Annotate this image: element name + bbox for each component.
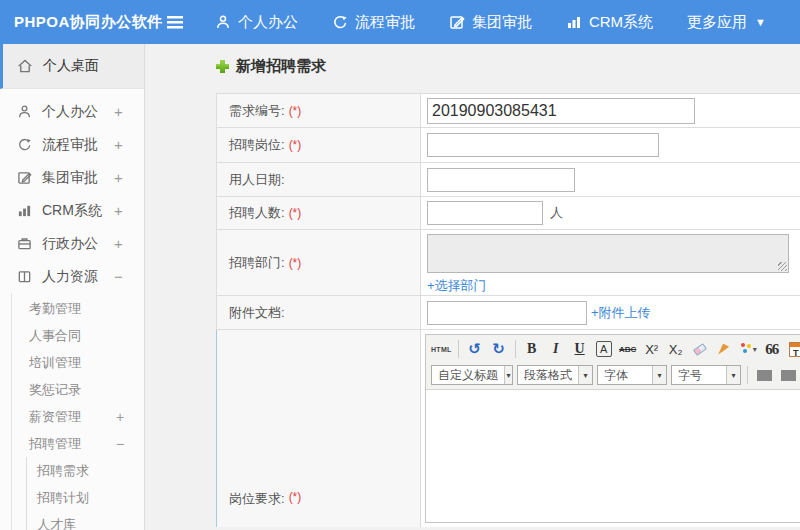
collapse-minus-icon[interactable]: −	[114, 268, 144, 285]
bold-button[interactable]: B	[521, 338, 543, 360]
expand-plus-icon[interactable]: +	[116, 409, 144, 425]
edit-icon	[17, 170, 32, 185]
sidebar-item-human-resources[interactable]: 人力资源 −	[0, 260, 144, 293]
select-value: 字号	[672, 367, 708, 384]
field-label: 用人日期:	[229, 171, 285, 189]
sidebar-item-talent-pool[interactable]: 人才库	[27, 511, 144, 530]
toolbar-separator	[515, 340, 516, 358]
form-row-job-requirements: 岗位要求: (*) HTML ↺ ↻ B I U	[216, 330, 800, 527]
underline-button[interactable]: U	[569, 338, 591, 360]
sidebar-item-salary[interactable]: 薪资管理 +	[12, 403, 144, 430]
chart-icon	[566, 14, 582, 30]
field-label-cell: 招聘部门: (*)	[217, 230, 421, 295]
caret-down-icon: ▾	[578, 366, 592, 384]
topnav-crm-system[interactable]: CRM系统	[566, 13, 653, 32]
select-department-link[interactable]: +选择部门	[427, 277, 487, 295]
required-mark: (*)	[289, 490, 302, 504]
main-content: 新增招聘需求 需求编号: (*) 招聘岗位: (*) 用人日期:	[146, 44, 800, 530]
undo-icon[interactable]: ↺	[464, 338, 486, 360]
expand-plus-icon[interactable]: +	[114, 202, 144, 219]
eraser-icon	[693, 343, 707, 356]
topnav-label: 个人办公	[238, 13, 298, 32]
color-palette-button[interactable]: ▾	[737, 338, 759, 360]
menu-toggle-icon[interactable]	[167, 16, 183, 29]
form-row-demand-no: 需求编号: (*)	[216, 94, 800, 128]
sidebar-item-admin-office[interactable]: 行政办公 +	[0, 227, 144, 260]
subscript-button[interactable]: X₂	[665, 338, 687, 360]
topnav-group-approval[interactable]: 集团审批	[449, 13, 532, 32]
sub-item-label: 招聘需求	[37, 462, 89, 480]
expand-plus-icon[interactable]: +	[114, 136, 144, 153]
custom-title-select[interactable]: 自定义标题 ▾	[431, 365, 513, 385]
sidebar-item-recruit-demand[interactable]: 招聘需求	[27, 457, 144, 484]
paste-button[interactable]: T	[785, 338, 800, 360]
sidebar-item-personal-office[interactable]: 个人办公 +	[0, 95, 144, 128]
format-brush-button[interactable]	[713, 338, 735, 360]
topnav-workflow-approval[interactable]: 流程审批	[332, 13, 415, 32]
required-mark: (*)	[289, 206, 302, 220]
required-mark: (*)	[289, 138, 302, 152]
chart-icon	[17, 203, 32, 218]
book-icon	[17, 269, 32, 284]
field-label-cell: 岗位要求: (*)	[217, 330, 421, 527]
position-input[interactable]	[427, 133, 659, 157]
headcount-unit: 人	[550, 204, 563, 222]
expand-plus-icon[interactable]: +	[114, 103, 144, 120]
sidebar-item-crm-system[interactable]: CRM系统 +	[0, 194, 144, 227]
field-value-cell	[421, 128, 800, 162]
editor-content-area[interactable]	[426, 390, 800, 522]
brush-icon	[718, 344, 729, 355]
italic-button[interactable]: I	[545, 338, 567, 360]
superscript-button[interactable]: X²	[641, 338, 663, 360]
headcount-input[interactable]	[427, 201, 543, 225]
strikethrough-button[interactable]: ABC	[617, 338, 639, 360]
hire-date-input[interactable]	[427, 168, 575, 192]
html-source-button[interactable]: HTML	[430, 338, 453, 360]
caret-down-icon: ▾	[504, 366, 512, 384]
demand-no-input[interactable]	[427, 98, 695, 124]
app-brand: PHPOA协同办公软件	[0, 13, 167, 32]
toolbar-separator	[458, 340, 459, 358]
expand-plus-icon[interactable]: +	[114, 235, 144, 252]
select-value: 字体	[598, 367, 634, 384]
sidebar-item-label: 流程审批	[42, 136, 114, 154]
home-icon	[17, 58, 33, 74]
font-size-select[interactable]: 字号 ▾	[671, 365, 741, 385]
attachment-input[interactable]	[427, 301, 587, 325]
select-value: 自定义标题	[432, 367, 504, 384]
attachment-upload-link[interactable]: +附件上传	[591, 304, 651, 322]
sidebar-item-desktop[interactable]: 个人桌面	[0, 44, 144, 89]
field-label: 招聘部门:	[229, 254, 285, 272]
rich-text-editor: HTML ↺ ↻ B I U A ABC X² X₂	[425, 334, 800, 523]
align-center-button[interactable]	[777, 364, 799, 386]
sidebar-item-training[interactable]: 培训管理	[12, 349, 144, 376]
align-left-button[interactable]	[753, 364, 775, 386]
sidebar-item-attendance[interactable]: 考勤管理	[12, 295, 144, 322]
font-style-button[interactable]: A	[596, 341, 612, 357]
sub-item-label: 招聘计划	[37, 489, 89, 507]
sidebar-item-recruit-plan[interactable]: 招聘计划	[27, 484, 144, 511]
sidebar-item-workflow-approval[interactable]: 流程审批 +	[0, 128, 144, 161]
topnav-personal-office[interactable]: 个人办公	[215, 13, 298, 32]
sidebar-item-rewards[interactable]: 奖惩记录	[12, 376, 144, 403]
collapse-minus-icon[interactable]: −	[116, 436, 144, 452]
caret-down-icon: ▾	[726, 366, 740, 384]
sub-item-label: 奖惩记录	[29, 381, 144, 399]
sub-item-label: 招聘管理	[29, 435, 116, 453]
sidebar-item-recruitment[interactable]: 招聘管理 −	[12, 430, 144, 457]
department-textarea[interactable]	[427, 234, 789, 273]
add-plus-icon	[216, 60, 229, 73]
topnav-more-apps[interactable]: 更多应用 ▼	[687, 13, 766, 32]
sidebar-item-label: 人力资源	[42, 268, 114, 286]
sidebar-item-hr-contract[interactable]: 人事合同	[12, 322, 144, 349]
eraser-button[interactable]	[689, 338, 711, 360]
redo-icon[interactable]: ↻	[488, 338, 510, 360]
field-label-cell: 招聘人数: (*)	[217, 197, 421, 229]
paragraph-format-select[interactable]: 段落格式 ▾	[517, 365, 593, 385]
sidebar-item-group-approval[interactable]: 集团审批 +	[0, 161, 144, 194]
field-value-cell	[421, 94, 800, 127]
font-family-select[interactable]: 字体 ▾	[597, 365, 667, 385]
field-value-cell	[421, 163, 800, 196]
blockquote-button[interactable]: 66	[761, 338, 783, 360]
expand-plus-icon[interactable]: +	[114, 169, 144, 186]
